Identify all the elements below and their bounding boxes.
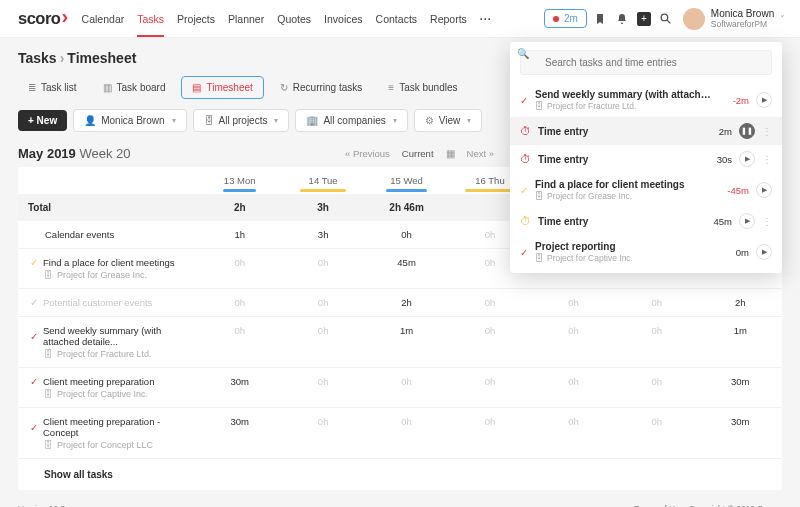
popover-item[interactable]: ✓Send weekly summary (with attache...🗄Pr…: [510, 83, 782, 117]
time-cell[interactable]: 30m: [198, 408, 281, 458]
popover-item[interactable]: ✓Project reporting🗄Project for Captive I…: [510, 235, 782, 269]
time-cell[interactable]: 2h: [365, 289, 448, 316]
task-row-label[interactable]: ✓Client meeting preparation🗄Project for …: [18, 368, 198, 407]
nav-more-button[interactable]: ···: [480, 13, 492, 25]
tab-bundles[interactable]: ≡Task bundles: [378, 77, 467, 98]
new-button[interactable]: + New: [18, 110, 67, 131]
time-cell[interactable]: 0h: [281, 408, 364, 458]
play-button[interactable]: ▶: [756, 92, 772, 108]
play-button[interactable]: ▶: [739, 213, 755, 229]
bell-icon[interactable]: [615, 12, 629, 26]
view-button[interactable]: ⚙View▾: [414, 109, 483, 132]
task-row-label[interactable]: ✓Potential customer events: [18, 289, 198, 316]
stopwatch-icon: ⏱: [520, 153, 531, 165]
time-cell[interactable]: 0h: [365, 408, 448, 458]
time-cell[interactable]: 0h: [365, 368, 448, 407]
bundles-icon: ≡: [388, 82, 394, 93]
show-all-tasks[interactable]: Show all tasks: [18, 459, 782, 490]
popover-item[interactable]: ✓Find a place for client meetings🗄Projec…: [510, 173, 782, 207]
add-new-icon[interactable]: +: [637, 12, 651, 26]
time-cell[interactable]: 0h: [615, 368, 698, 407]
time-cell[interactable]: 0h: [615, 408, 698, 458]
nav-calendar[interactable]: Calendar: [82, 0, 125, 37]
play-button[interactable]: ▶: [756, 244, 772, 260]
kebab-icon[interactable]: ⋮: [762, 154, 772, 165]
time-cell[interactable]: 0h: [198, 289, 281, 316]
nav-reports[interactable]: Reports: [430, 0, 467, 37]
popover-item[interactable]: ⏱Time entry2m❚❚⋮: [510, 117, 782, 145]
time-cell[interactable]: 0h: [532, 368, 615, 407]
nav-projects[interactable]: Projects: [177, 0, 215, 37]
time-cell[interactable]: 0h: [281, 317, 364, 367]
nav-tasks[interactable]: Tasks: [137, 0, 164, 37]
time-cell[interactable]: 45m: [365, 249, 448, 288]
task-row-label[interactable]: Calendar events: [18, 221, 198, 248]
kebab-icon[interactable]: ⋮: [762, 126, 772, 137]
time-cell[interactable]: 0h: [448, 408, 531, 458]
time-cell[interactable]: 0h: [281, 249, 364, 288]
status-check-icon: ✓: [30, 297, 38, 308]
time-cell[interactable]: 1m: [365, 317, 448, 367]
top-icons: +: [593, 12, 673, 26]
pause-button[interactable]: ❚❚: [739, 123, 755, 139]
duration-label: -2m: [719, 95, 749, 106]
pager-prev[interactable]: « Previous: [345, 148, 390, 159]
play-button[interactable]: ▶: [739, 151, 755, 167]
popover-search-input[interactable]: [520, 50, 772, 75]
task-row-label[interactable]: ✓Find a place for client meetings🗄Projec…: [18, 249, 198, 288]
tab-task-list[interactable]: ≣Task list: [18, 77, 87, 98]
time-cell[interactable]: 1m: [699, 317, 782, 367]
day-header: 13 Mon: [198, 167, 281, 194]
active-timer-chip[interactable]: 2m: [544, 9, 587, 28]
time-cell[interactable]: 0h: [281, 368, 364, 407]
time-cell[interactable]: 0h: [448, 317, 531, 367]
tab-recurring[interactable]: ↻Recurring tasks: [270, 77, 372, 98]
task-row-label[interactable]: ✓Send weekly summary (with attached deta…: [18, 317, 198, 367]
briefcase-icon: 🗄: [44, 440, 53, 450]
nav-contacts[interactable]: Contacts: [376, 0, 417, 37]
search-icon: 🔍: [517, 48, 529, 59]
play-button[interactable]: ▶: [756, 182, 772, 198]
calendar-icon[interactable]: ▦: [446, 148, 455, 159]
nav-planner[interactable]: Planner: [228, 0, 264, 37]
time-cell[interactable]: 0h: [615, 317, 698, 367]
time-cell[interactable]: 0h: [198, 317, 281, 367]
popover-item[interactable]: ⏱Time entry30s▶⋮: [510, 145, 782, 173]
time-cell[interactable]: 0h: [532, 289, 615, 316]
time-cell[interactable]: 30m: [699, 408, 782, 458]
time-cell[interactable]: 1h: [198, 221, 281, 248]
day-header: 14 Tue: [281, 167, 364, 194]
svg-line-1: [667, 20, 670, 23]
nav-quotes[interactable]: Quotes: [277, 0, 311, 37]
filter-projects[interactable]: 🗄All projects▾: [193, 109, 290, 132]
popover-item[interactable]: ⏱Time entry45m▶⋮: [510, 207, 782, 235]
time-cell[interactable]: 0h: [448, 289, 531, 316]
filter-user[interactable]: 👤Monica Brown▾: [73, 109, 186, 132]
time-cell[interactable]: 0h: [532, 408, 615, 458]
time-cell[interactable]: 0h: [532, 317, 615, 367]
time-cell[interactable]: 0h: [365, 221, 448, 248]
nav-invoices[interactable]: Invoices: [324, 0, 363, 37]
time-cell[interactable]: 0h: [615, 289, 698, 316]
user-menu[interactable]: Monica Brown ⌄ SoftwareforPM: [683, 8, 786, 30]
pager-next[interactable]: Next »: [467, 148, 494, 159]
time-cell[interactable]: 2h: [699, 289, 782, 316]
period-heading: May 2019 Week 20: [18, 146, 131, 161]
tab-task-board[interactable]: ▥Task board: [93, 77, 176, 98]
duration-label: 30s: [702, 154, 732, 165]
time-cell[interactable]: 30m: [699, 368, 782, 407]
time-cell[interactable]: 0h: [448, 368, 531, 407]
breadcrumb-root[interactable]: Tasks: [18, 50, 57, 66]
briefcase-icon: 🗄: [44, 349, 53, 359]
kebab-icon[interactable]: ⋮: [762, 216, 772, 227]
time-cell[interactable]: 30m: [198, 368, 281, 407]
search-icon[interactable]: [659, 12, 673, 26]
time-cell[interactable]: 3h: [281, 221, 364, 248]
tab-timesheet[interactable]: ▤Timesheet: [181, 76, 263, 99]
pager-current[interactable]: Current: [402, 148, 434, 159]
time-cell[interactable]: 0h: [281, 289, 364, 316]
filter-companies[interactable]: 🏢All companies▾: [295, 109, 407, 132]
time-cell[interactable]: 0h: [198, 249, 281, 288]
bookmark-icon[interactable]: [593, 12, 607, 26]
task-row-label[interactable]: ✓Client meeting preparation - Concept🗄Pr…: [18, 408, 198, 458]
